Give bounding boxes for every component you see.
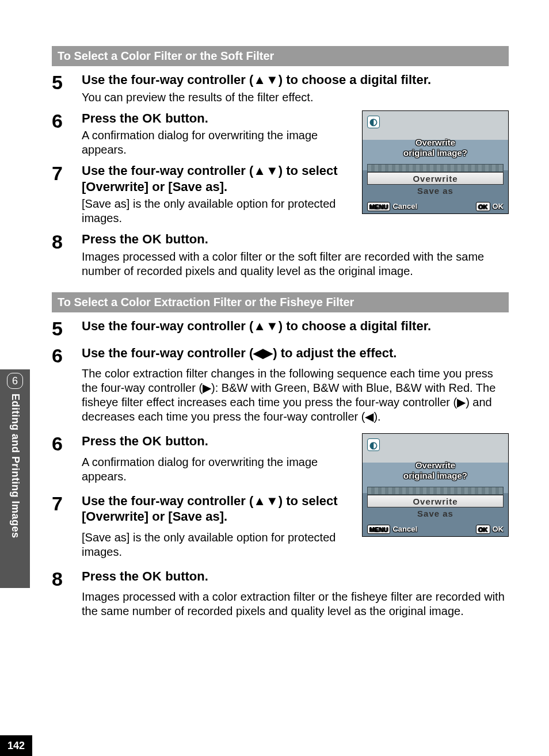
step-description: [Save as] is the only available option f… [82,530,355,559]
step-title-text: ) to adjust the effect. [273,346,396,360]
step-title-text: button. [162,434,208,448]
menu-button-icon: MENU [367,525,390,534]
step-number: 5 [52,318,82,339]
step-a7: 7 Use the four-way controller (▲▼) to se… [52,163,355,229]
step-number: 7 [52,163,82,184]
ok-button[interactable]: OKOK [476,525,504,534]
step-description: The color extraction filter changes in t… [82,366,509,424]
option-overwrite[interactable]: Overwrite [367,172,504,185]
step-a8: 8 Press the OK button. Images processed … [52,231,509,282]
updown-arrows-icon: ▲▼ [253,319,279,333]
step-title-text: button. [162,232,208,246]
camera-dialog-screenshot: ◐ Overwrite original image? Overwrite Sa… [362,110,509,214]
step-description: A confirmation dialog for overwriting th… [82,128,355,157]
step-b6b: 6 Press the OK button. A confirmation di… [52,433,355,487]
cancel-label: Cancel [392,202,417,211]
updown-arrows-icon: ▲▼ [253,494,279,508]
ok-button-label: OK [142,434,162,448]
dialog-prompt-line: original image? [403,148,467,158]
chapter-label: Editing and Printing Images [9,394,21,539]
ok-button-icon: OK [476,525,490,534]
step-a6: 6 Press the OK button. A confirmation di… [52,110,355,161]
step-number: 8 [52,568,82,590]
step-b6a: 6 Use the four-way controller (◀▶) to ad… [52,345,509,428]
updown-arrows-icon: ▲▼ [253,163,279,178]
option-save-as[interactable]: Save as [367,186,504,196]
step-b5: 5 Use the four-way controller (▲▼) to ch… [52,318,509,339]
ok-button-label: OK [142,569,162,583]
ok-button-label: OK [142,232,162,246]
dialog-prompt-line: original image? [403,471,467,480]
step-description: Images processed with a color extraction… [82,590,509,618]
step-title-text: Use the four-way controller ( [82,494,253,508]
ok-button-label: OK [142,111,162,125]
step-b8: 8 Press the OK button. Images processed … [52,568,509,623]
step-title-text: Use the four-way controller ( [82,346,253,360]
section-header-extraction-fisheye: To Select a Color Extraction Filter or t… [52,292,509,312]
cancel-button[interactable]: MENUCancel [367,525,417,534]
step-title-text: Use the four-way controller ( [82,163,253,178]
step-title-text: Press the [82,111,142,125]
dialog-divider [367,164,504,172]
menu-button-icon: MENU [367,202,390,211]
camera-dialog-screenshot: ◐ Overwrite original image? Overwrite Sa… [362,433,509,537]
cancel-button[interactable]: MENUCancel [367,202,417,211]
step-description: Images processed with a color filter or … [82,250,509,278]
option-overwrite[interactable]: Overwrite [367,495,504,507]
step-title-text: Use the four-way controller ( [82,319,253,333]
dialog-prompt-line: Overwrite [415,138,455,147]
step-description: [Save as] is the only available option f… [82,197,355,226]
step-description: You can preview the results of the filte… [82,90,509,105]
ok-button[interactable]: OKOK [476,202,504,211]
step-description: A confirmation dialog for overwriting th… [82,455,355,484]
step-number: 6 [52,433,82,455]
step-title-text: button. [162,111,208,125]
step-title-text: Use the four-way controller ( [82,72,253,87]
step-title-text: Press the [82,232,142,246]
ok-button-icon: OK [476,202,490,211]
step-b7: 7 Use the four-way controller (▲▼) to se… [52,493,355,563]
step-title-text: button. [162,569,208,583]
step-title-text: Press the [82,434,142,448]
chapter-tab: 6 Editing and Printing Images [0,369,30,588]
page-number: 142 [0,735,32,756]
filter-icon: ◐ [367,438,380,451]
dialog-divider [367,487,504,495]
step-number: 5 [52,72,82,93]
cancel-label: Cancel [392,525,417,533]
step-number: 6 [52,110,82,132]
step-title-text: ) to choose a digital filter. [279,319,431,333]
ok-label: OK [493,525,504,533]
section-header-color-soft: To Select a Color Filter or the Soft Fil… [52,46,509,66]
step-number: 7 [52,493,82,514]
step-title-text: Press the [82,569,142,583]
dialog-prompt-line: Overwrite [415,460,455,470]
step-a5: 5 Use the four-way controller (▲▼) to ch… [52,72,509,108]
filter-icon: ◐ [367,116,380,128]
chapter-number-badge: 6 [7,373,23,389]
ok-label: OK [493,202,504,211]
step-number: 8 [52,231,82,253]
option-save-as[interactable]: Save as [367,509,504,518]
updown-arrows-icon: ▲▼ [253,72,279,87]
step-number: 6 [52,345,82,366]
leftright-arrows-icon: ◀▶ [253,346,273,360]
step-title-text: ) to choose a digital filter. [279,72,431,87]
